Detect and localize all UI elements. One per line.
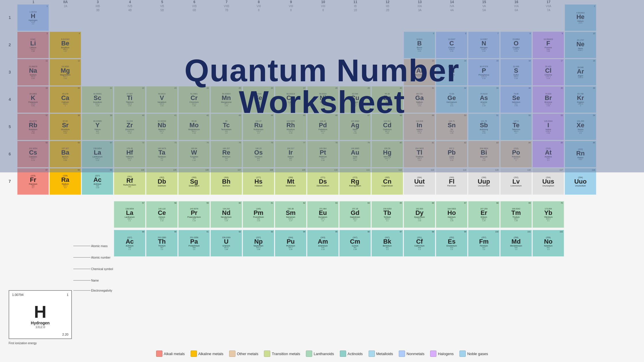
element-Mn[interactable]: 54.93804 25 Mn Manganese 717.3 1.55	[210, 86, 242, 113]
element-Sc[interactable]: 44.95591 21 Sc Scandium 633.1 1.36	[82, 86, 113, 113]
element-Rh[interactable]: 102.9055 45 Rh Rhodium 719.7 2.28	[275, 113, 306, 140]
element-Yb[interactable]: 173.054 70 Yb Ytterbium 603.4 1.1	[532, 201, 564, 228]
element-Ac[interactable]: (227) 89 Ac Actinium 499 1.1	[114, 230, 145, 257]
element-Hg[interactable]: 200.59 80 Hg Mercury 1007.1 2	[371, 141, 403, 167]
element-Tc[interactable]: 98 43 Tc Technetium 702 1.9	[210, 113, 242, 140]
element-Tl[interactable]: 204.3833 81 Tl Thallium 589.4 1.62	[404, 141, 435, 167]
element-Br[interactable]: 79.904 35 Br Bromine 1139.9 2.96	[532, 86, 564, 113]
element-Rf[interactable]: (261) 104 Rf Rutherfordium 580	[114, 168, 145, 195]
element-Au[interactable]: 196.9665 79 Au Gold 890.1 2.54	[339, 141, 371, 167]
element-Tb[interactable]: 158.9253 65 Tb Terbium 565.8 1.1	[371, 201, 403, 228]
element-Re[interactable]: 186.207 75 Re Rhenium 760 1.9	[210, 141, 242, 167]
element-Am[interactable]: (243) 95 Am Americium 578 1.13	[307, 230, 339, 257]
element-Ne[interactable]: 20.1797 10 Ne Neon 2080.7	[565, 32, 596, 58]
element-Mg[interactable]: 24.3050 12 Mg Magnesium 737.7 1.31	[49, 59, 81, 86]
element-Uup[interactable]: (288) 115 Uup Ununpentium	[468, 168, 500, 195]
element-O[interactable]: 15.9994 8 O Oxygen 1313.9 3.44	[500, 32, 532, 58]
element-Sb[interactable]: 121.76 51 Sb Antimony 834 2.05	[468, 113, 500, 140]
element-Db[interactable]: (262) 105 Db Dubnium	[146, 168, 178, 195]
element-Rb[interactable]: 85.4678 37 Rb Rubidium 403 0.82	[17, 113, 49, 140]
element-He[interactable]: 4.002602 2 He Helium 2372	[565, 4, 596, 31]
element-Ga[interactable]: 69.723 31 Ga Gallium 578.8 1.81	[404, 86, 435, 113]
element-Y[interactable]: 88.90585 39 Y Yttrium 600 1.22	[82, 113, 113, 140]
element-No[interactable]: (259) 102 No Nobelium 642 1.3	[532, 230, 564, 257]
element-Ba[interactable]: 137.327 56 Ba Barium 502.9 0.89	[49, 141, 81, 167]
element-Li[interactable]: 6.941 3 Li Lithium 520.2 0.98	[17, 32, 49, 58]
element-Uus[interactable]: (294) 117 Uus Ununseptium	[532, 168, 564, 195]
element-Np[interactable]: (237) 93 Np Neptunium 604.5 1.36	[243, 230, 274, 257]
element-Ca[interactable]: 40.078 20 Ca Calcium 589.8 1	[49, 86, 81, 113]
element-S[interactable]: 32.065 16 S Sulfur 999.6 2.58	[500, 59, 532, 86]
element-Zn[interactable]: 65.38 30 Zn Zinc 906.4 1.65	[371, 86, 403, 113]
element-Xe[interactable]: 131.293 54 Xe Xenon 1170.4 2.6	[565, 113, 596, 140]
element-La[interactable]: 138.9054 57 La Lanthanum 538.1 1.1	[114, 201, 145, 228]
element-Bi[interactable]: 208.9804 83 Bi Bismuth 703 2.02	[468, 141, 500, 167]
element-Nd[interactable]: 144.242 60 Nd Neodymium 533.1 1.14	[210, 201, 242, 228]
element-Ho[interactable]: 164.9303 67 Ho Holmium 581 1.23	[436, 201, 467, 228]
element-Bk[interactable]: (247) 97 Bk Berkelium 601 1.3	[371, 230, 403, 257]
element-W[interactable]: 183.84 74 W Tungsten 770 2.36	[178, 141, 210, 167]
element-Ag[interactable]: 107.8682 47 Ag Silver 731 1.93	[339, 113, 371, 140]
element-Th[interactable]: 232.0380 90 Th Thorium 587 1.3	[146, 230, 178, 257]
element-Pt[interactable]: 195.084 78 Pt Platinum 870 2.28	[307, 141, 339, 167]
element-As[interactable]: 74.9216 33 As Arsenic 947 2.18	[468, 86, 500, 113]
element-Po[interactable]: (210) 84 Po Polonium 812.1 2	[500, 141, 532, 167]
element-Fm[interactable]: (257) 100 Fm Fermium 627 1.3	[468, 230, 500, 257]
element-Cu[interactable]: 63.546 29 Cu Copper 745.5 1.9	[339, 86, 371, 113]
element-B[interactable]: 10.811 5 B Boron 800.6 2.04	[404, 32, 435, 58]
element-Ti[interactable]: 47.867 22 Ti Titanium 658.8 1.54	[114, 86, 145, 113]
element-Sr[interactable]: 87.62 38 Sr Strontium 549.5 0.95	[49, 113, 81, 140]
element-Ni[interactable]: 58.6934 28 Ni Nickel 737.1 1.91	[307, 86, 339, 113]
element-Fe[interactable]: 55.845 26 Fe Iron 762.5 1.83	[243, 86, 274, 113]
element-F[interactable]: 18.998403 9 F Fluorine 1681 3.98	[532, 32, 564, 58]
element-P[interactable]: 30.97376 15 P Phosphorus 1011.8 2.19	[468, 59, 500, 86]
element-Ds[interactable]: (271) 110 Ds Darmstadtium	[307, 168, 339, 195]
element-Al[interactable]: 26.98153 13 Al Aluminium 577.5 1.61	[404, 59, 435, 86]
element-Ru[interactable]: 101.07 44 Ru Ruthenium 710.2 2.2	[243, 113, 274, 140]
element-Ge[interactable]: 72.64 32 Ge Germanium 762 2.01	[436, 86, 467, 113]
element-Hf[interactable]: 178.49 72 Hf Hafnium 658.5 1.3	[114, 141, 145, 167]
element-At[interactable]: (210) 85 At Astatine 920 2.2	[532, 141, 564, 167]
element-Ir[interactable]: 192.217 77 Ir Iridium 880 2.2	[275, 141, 306, 167]
element-Na[interactable]: 22.98976 11 Na Sodium 495.8 0.93	[17, 59, 49, 86]
element-Nb[interactable]: 92.90638 41 Nb Niobium 652.1 1.6	[146, 113, 178, 140]
element-H[interactable]: 1.00794 1 H Hydrogen 1312 2.2	[17, 4, 49, 31]
element-Pd[interactable]: 106.42 46 Pd Palladium 804.4 2.2	[307, 113, 339, 140]
element-Cl[interactable]: 35.453 17 Cl Chlorine 1251.2 3.16	[532, 59, 564, 86]
element-K[interactable]: 39.0963 19 K Potassium 418.8 0.82	[17, 86, 49, 113]
element-Kr[interactable]: 83.798 36 Kr Krypton 1350.8 3	[565, 86, 596, 113]
element-Co[interactable]: 58.93319 27 Co Cobalt 760.4 1.88	[275, 86, 306, 113]
element-Cd[interactable]: 112.411 48 Cd Cadmium 867.8 1.69	[371, 113, 403, 140]
element-La-placeholder[interactable]: 138.905457LaLanthanum538.11.10	[82, 141, 113, 167]
element-Es[interactable]: (252) 99 Es Einsteinium 619 1.3	[436, 230, 467, 257]
element-Te[interactable]: 127.6 52 Te Tellurium 869.3 2.1	[500, 113, 532, 140]
element-Dy[interactable]: 162.500 66 Dy Dysprosium 573 1.22	[404, 201, 435, 228]
element-Gd[interactable]: 157.25 64 Gd Gadolinium 593.4 1.2	[339, 201, 371, 228]
element-Md[interactable]: (258) 101 Md Mendelevium 635 1.3	[500, 230, 532, 257]
element-Er[interactable]: 167.259 68 Er Erbium 589.3 1.24	[468, 201, 500, 228]
element-Cf[interactable]: (251) 98 Cf Californium 608 1.3	[404, 230, 435, 257]
element-Se[interactable]: 78.96 34 Se Selenium 941 2.55	[500, 86, 532, 113]
element-Uut[interactable]: (284) 113 Uut Ununtrium	[404, 168, 435, 195]
element-Be[interactable]: 9.012182 4 Be Beryllium 899.5 1.57	[49, 32, 81, 58]
element-Uuo[interactable]: (294) 118 Uuo Ununoctium	[565, 168, 596, 195]
element-Zr[interactable]: 91.224 40 Zr Zirconium 640.1 1.33	[114, 113, 145, 140]
element-Fr[interactable]: (223) 87 Fr Francium 380 0.7	[17, 168, 49, 195]
element-Rg[interactable]: (272) 111 Rg Roentgenium	[339, 168, 371, 195]
element-Ta[interactable]: 180.9478 73 Ta Tantalum 761 1.5	[146, 141, 178, 167]
element-Si[interactable]: 28.0855 14 Si Silicon 786.5 1.9	[436, 59, 467, 86]
element-Ra[interactable]: (226) 88 Ra Radium 509.3 0.9	[49, 168, 81, 195]
element-Sm[interactable]: 150.36 62 Sm Samarium 544.5 1.17	[275, 201, 306, 228]
element-Ce[interactable]: 140.116 58 Ce Cerium 534.4 1.12	[146, 201, 178, 228]
element-Bh[interactable]: (264) 107 Bh Bohrium	[210, 168, 242, 195]
element-N[interactable]: 14.0067 7 N Nitrogen 1402.3 3.04	[468, 32, 500, 58]
element-C[interactable]: 12.0107 6 C Carbon 1086.5 2.55	[436, 32, 467, 58]
element-U[interactable]: 238.0289 92 U Uranium 597.6 1.38	[210, 230, 242, 257]
element-Os[interactable]: 190.23 76 Os Osmium 840 2.2	[243, 141, 274, 167]
element-Ac-placeholder[interactable]: (227)89AcActinium4991.10	[82, 168, 113, 195]
element-Ar[interactable]: 39.948 18 Ar Argon 1520.6	[565, 59, 596, 86]
element-I[interactable]: 126.9044 53 I Iodine 1008.4 2.66	[532, 113, 564, 140]
element-Cm[interactable]: (247) 96 Cm Curium 581 1.28	[339, 230, 371, 257]
element-Pu[interactable]: (244) 94 Pu Plutonium 584.7 1.28	[275, 230, 306, 257]
element-Pr[interactable]: 140.9076 59 Pr Praseodymium 527 1.13	[178, 201, 210, 228]
